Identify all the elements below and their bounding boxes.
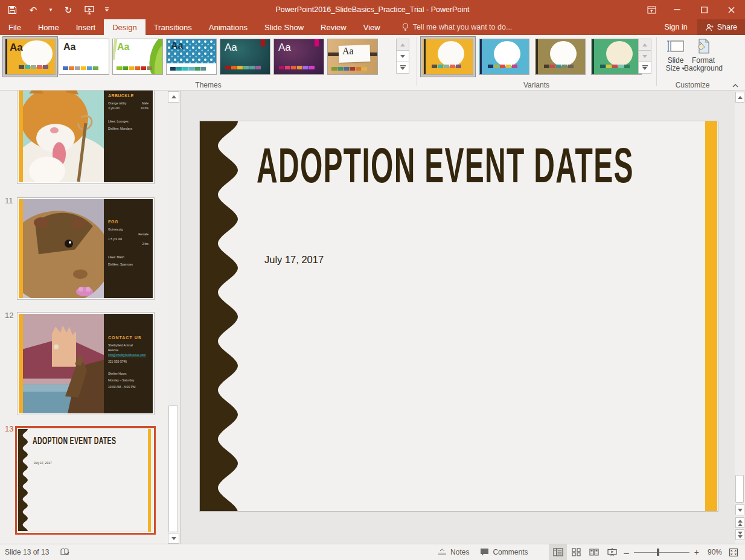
variants-gallery-scroll [638,39,651,74]
zoom-slider[interactable] [634,544,689,560]
fit-slide-to-window-button[interactable] [726,544,741,560]
thumbnails-scroll-down-button[interactable] [168,533,179,544]
slide-show-button[interactable] [603,544,621,560]
notes-icon [438,549,447,556]
color-swatch [93,66,98,70]
ribbon-tab-bar: File Home Insert Design Transitions Anim… [0,19,745,35]
thumbnails-scrollbar[interactable] [168,91,179,544]
slide-title[interactable]: ADOPTION EVENT DATES [257,137,634,193]
theme-swatches [331,67,367,71]
variant-thumbnail-4[interactable] [591,39,642,75]
slide-thumbnail-13-selected[interactable]: ADOPTION EVENT DATES July 17, 2017 [15,426,156,535]
share-button[interactable]: Share [697,19,745,35]
variant-thumbnail-1[interactable] [423,39,473,75]
tab-file[interactable]: File [0,19,30,35]
notes-button[interactable]: Notes [432,544,475,560]
variant-stripe [536,39,538,74]
next-slide-button[interactable] [735,529,744,540]
color-swatch [356,67,361,71]
slide-thumbnail-10[interactable]: ARBUCKLE Orange tabbyMale 3 yrs old10 lb… [17,91,155,184]
color-swatch [438,65,443,68]
reading-view-button[interactable] [585,544,603,560]
slide-number: 11 [5,196,13,205]
close-button[interactable] [718,0,745,19]
slide-thumbnail-11[interactable]: EGG Guinea pig Female 1.5 yrs old 2 lbs … [17,197,155,300]
variant-thumbnail-2[interactable] [479,39,529,75]
theme-thumbnail-integral[interactable]: Aa [166,39,217,75]
comments-button[interactable]: Comments [475,544,533,560]
normal-view-button[interactable] [549,544,567,560]
variant-scallop-shape [550,41,577,66]
editor-scroll-down-button[interactable] [735,504,744,515]
color-swatch [500,65,505,68]
format-background-button[interactable]: Format Background [683,37,723,81]
tell-me-box[interactable]: Tell me what you want to do... [402,19,513,35]
slide-thumbnail-12[interactable]: CONTACT US Shelbyfield Animal Rescue inf… [17,312,155,415]
slide-editor-area[interactable]: ADOPTION EVENT DATES July 17, 2017 [181,91,735,544]
ribbon-display-options-icon[interactable] [639,0,663,19]
sign-in-button[interactable]: Sign in [654,19,697,35]
pet-name: ARBUCKLE [108,94,149,98]
variants-scroll-up-button[interactable] [638,39,651,51]
color-swatch [279,66,284,69]
pet-name: EGG [108,220,149,224]
slide-canvas[interactable]: ADOPTION EVENT DATES July 17, 2017 [199,121,718,512]
slide-text-panel: ARBUCKLE Orange tabbyMale 3 yrs old10 lb… [104,91,153,182]
previous-slide-button[interactable] [735,517,744,528]
variants-more-button[interactable] [638,62,651,74]
tab-home[interactable]: Home [30,19,68,35]
thumbnails-scrollbar-thumb[interactable] [168,406,178,532]
theme-thumbnail-organic[interactable]: Aa [327,39,378,75]
editor-scrollbar[interactable] [735,91,745,544]
slide-indicator[interactable]: Slide 13 of 13 [5,548,49,556]
theme-thumbnail-ion[interactable]: Aa [220,39,270,75]
variants-scroll-down-button[interactable] [638,50,651,62]
theme-thumbnail-ion-boardroom[interactable]: Aa [273,39,324,75]
variant-swatches [432,65,461,68]
zoom-out-button[interactable]: – [621,544,631,560]
theme-aa-label: Aa [225,42,237,54]
editor-scrollbar-thumb[interactable] [735,475,744,503]
themes-scroll-up-button[interactable] [396,39,409,51]
zoom-in-button[interactable]: + [692,544,702,560]
spell-check-icon[interactable] [60,548,69,557]
wavy-edge-shape [18,429,28,531]
variant-thumbnail-3[interactable] [535,39,586,75]
color-swatch [512,65,517,68]
slide-thumbnails-panel: ARBUCKLE Orange tabbyMale 3 yrs old10 lb… [0,91,181,544]
tab-transitions[interactable]: Transitions [145,19,200,35]
color-swatch [350,67,355,71]
color-swatch [337,67,343,71]
tab-view[interactable]: View [355,19,389,35]
zoom-level[interactable]: 90% [702,548,726,556]
color-swatch [285,66,290,69]
slide-date-text[interactable]: July 17, 2017 [264,254,324,266]
color-swatch [618,65,624,68]
thumbnails-scroll-up-button[interactable] [168,91,179,103]
slide-sorter-view-button[interactable] [567,544,585,560]
themes-more-button[interactable] [396,62,409,74]
zoom-slider-handle[interactable] [657,549,659,556]
tab-insert[interactable]: Insert [68,19,104,35]
theme-swatches [63,66,98,70]
variant-scallop-shape [494,41,520,66]
theme-aa-label: Aa [278,42,291,54]
theme-thumbnail-facet[interactable]: Aa [112,39,163,75]
maximize-button[interactable] [691,0,718,19]
tab-review[interactable]: Review [312,19,355,35]
editor-scroll-up-button[interactable] [735,92,744,103]
corner-tab-decoration [315,39,319,46]
theme-thumbnail-current[interactable]: Aa [5,39,56,75]
wavy-edge-shape [200,121,238,512]
collapse-ribbon-icon[interactable] [731,82,740,89]
tab-animations[interactable]: Animations [200,19,256,35]
theme-aa-label: Aa [63,42,75,52]
theme-thumbnail-office[interactable]: Aa [59,39,109,75]
email-link[interactable]: info@shelbyfieldrescue.com [108,352,149,357]
tab-design[interactable]: Design [104,19,145,35]
tab-slide-show[interactable]: Slide Show [256,19,312,35]
themes-scroll-down-button[interactable] [396,50,409,62]
minimize-button[interactable] [663,0,691,19]
color-swatch [556,65,561,68]
workspace: ARBUCKLE Orange tabbyMale 3 yrs old10 lb… [0,91,745,544]
